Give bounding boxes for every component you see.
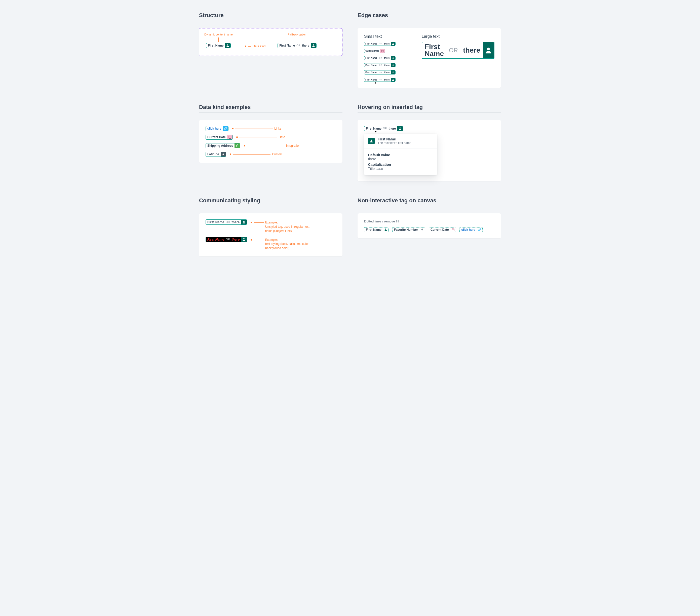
section-structure: Structure Dynamic content name First Nam… xyxy=(199,12,342,88)
styling-row: First NameORthereExample:Unstyled tag, u… xyxy=(205,219,336,233)
user-icon xyxy=(391,42,395,46)
tag-text: First Name xyxy=(206,220,226,225)
user-icon xyxy=(241,220,247,225)
anatomy-box: Dynamic content name First Name Data kin… xyxy=(199,28,342,56)
section-edge-cases: Edge cases Small text First NameORthereC… xyxy=(358,12,501,88)
tag[interactable]: Current Date xyxy=(205,135,233,140)
tag[interactable]: Latitude xyxy=(205,152,226,157)
datakind-row: click hereLinks xyxy=(205,126,336,131)
annotation-pointer: Date xyxy=(236,135,285,139)
tag[interactable]: First NameORthere xyxy=(205,237,247,242)
date-icon xyxy=(227,135,233,139)
annotation-pointer: Integration xyxy=(244,144,300,148)
tag-text: Current Date xyxy=(206,135,227,139)
user-icon xyxy=(391,63,395,67)
tag: First Name xyxy=(364,227,389,232)
tag-hover-target[interactable]: First Name OR there xyxy=(364,126,403,131)
tag-text: Favorite Number xyxy=(392,227,420,232)
tag-text: Current Date xyxy=(364,49,380,53)
heading-edge: Edge cases xyxy=(358,12,501,18)
user-icon xyxy=(311,43,316,48)
tag-text: First Name xyxy=(364,71,378,74)
tag-with-fallback[interactable]: First Name OR there xyxy=(277,43,316,48)
tag: Favorite Number xyxy=(392,227,425,232)
annotation-pointer: Example:text styling (bold, italic, text… xyxy=(251,238,313,250)
section-styling: Communicating styling First NameORthereE… xyxy=(199,197,342,256)
tag[interactable]: Current Date xyxy=(364,49,385,53)
tag-text: First Name xyxy=(364,78,378,81)
user-icon xyxy=(241,237,247,242)
tag[interactable]: First NameORthere xyxy=(205,219,247,225)
datakind-row: Shipping AddressIntegration xyxy=(205,143,336,148)
rule xyxy=(199,206,342,206)
popover-cap-value: Title case xyxy=(368,166,433,171)
integ-icon xyxy=(235,143,240,148)
popover-cap-label: Capitalization xyxy=(368,163,433,166)
user-icon xyxy=(383,227,388,232)
tag[interactable]: First NameORthere xyxy=(364,56,396,60)
link-icon xyxy=(223,126,228,131)
tag-text: click here xyxy=(460,227,477,232)
user-icon xyxy=(397,126,403,131)
tag[interactable]: First NameORthere xyxy=(364,42,396,46)
label-fallback: Fallback option xyxy=(288,33,307,36)
note-dotted: Dotted lines / remove fill xyxy=(364,219,495,223)
rule xyxy=(199,112,342,113)
rule xyxy=(199,21,342,21)
section-data-kind: Data kind exemples click hereLinksCurren… xyxy=(199,104,342,181)
subhead-large: Large text xyxy=(422,34,495,39)
tag[interactable]: First NameORthere xyxy=(364,78,396,82)
tag-basic[interactable]: First Name xyxy=(206,43,231,48)
section-hover: Hovering on inserted tag First Name OR t… xyxy=(358,104,501,181)
tag-text: Latitude xyxy=(206,152,221,156)
popover-default-value: there xyxy=(368,157,433,161)
rule xyxy=(358,21,501,21)
heading-structure: Structure xyxy=(199,12,342,18)
annotation-pointer: Example:Unstyled tag, used in regular te… xyxy=(251,221,313,233)
subhead-small: Small text xyxy=(364,34,416,39)
user-icon xyxy=(225,43,230,48)
tag-text: First Name xyxy=(364,42,378,46)
user-icon xyxy=(483,42,494,58)
annotation-pointer: Custom xyxy=(230,152,282,156)
rule xyxy=(358,112,501,113)
label-datakind: Data kind xyxy=(245,45,266,48)
label-dynamic: Dynamic content name xyxy=(204,33,233,36)
popover-default-label: Default value xyxy=(368,153,433,157)
tag-text: First Name xyxy=(206,237,226,242)
tag-text: click here xyxy=(206,126,223,131)
date-icon xyxy=(450,227,456,232)
tag[interactable]: Shipping Address xyxy=(205,143,240,148)
heading-styling: Communicating styling xyxy=(199,197,342,204)
link-icon xyxy=(477,227,482,232)
heading-hover: Hovering on inserted tag xyxy=(358,104,501,111)
tag[interactable]: click here xyxy=(205,126,228,131)
heading-noninteractive: Non-interactive tag on canvas xyxy=(358,197,501,204)
custom-icon xyxy=(420,227,425,232)
tag[interactable]: First NameORthere xyxy=(364,63,396,67)
tag-text: First Name xyxy=(364,63,378,67)
user-icon xyxy=(391,78,395,81)
custom-icon xyxy=(221,152,226,156)
popover-title: First Name xyxy=(378,137,411,141)
tag-popover: First Name The recipient's first name De… xyxy=(364,134,437,175)
tag-text: Shipping Address xyxy=(206,143,235,148)
rule xyxy=(358,206,501,206)
user-icon xyxy=(391,71,395,74)
datakind-row: Current DateDate xyxy=(205,135,336,140)
heading-datakind: Data kind exemples xyxy=(199,104,342,111)
annotation-pointer: Links xyxy=(232,127,281,130)
popover-subtitle: The recipient's first name xyxy=(378,141,411,145)
tag[interactable]: First NameORthere xyxy=(364,70,396,74)
section-noninteractive: Non-interactive tag on canvas Dotted lin… xyxy=(358,197,501,256)
tag-large[interactable]: First Name OR there xyxy=(422,42,495,59)
user-icon xyxy=(368,138,375,144)
date-icon xyxy=(380,49,385,53)
user-icon xyxy=(391,56,395,60)
datakind-row: LatitudeCustom xyxy=(205,152,336,157)
tag: Current Date xyxy=(429,227,456,232)
tag-text: First Name xyxy=(364,227,383,232)
tag-text: First Name xyxy=(364,56,378,60)
tag-text: Current Date xyxy=(429,227,450,232)
tag: click here xyxy=(460,227,482,232)
